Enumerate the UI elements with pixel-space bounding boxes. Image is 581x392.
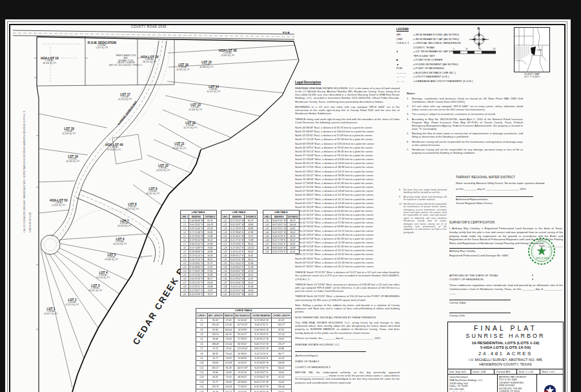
note-number: 7. xyxy=(407,148,412,154)
bearing: N 01°17'59" E xyxy=(271,250,287,254)
county-line: COUNTY OF HENDERSON § xyxy=(295,366,400,369)
county-road-label: COUNTY ROAD 2530 xyxy=(131,25,167,28)
arc-length: 85.03' xyxy=(207,318,223,322)
signature-line xyxy=(295,351,366,352)
north-arrow-icon: N xyxy=(467,27,491,50)
radius: 97.46' xyxy=(223,318,234,322)
curve-id: C5 xyxy=(196,337,208,342)
curve-id: C4 xyxy=(196,332,208,336)
note-number: 10. xyxy=(399,203,403,234)
radius: 115.22' xyxy=(223,389,234,392)
note-number: 5. xyxy=(407,132,412,138)
arc-length: 118.82' xyxy=(207,361,223,366)
scale-field: Scale: 1" = 60' xyxy=(517,369,540,374)
arc-length: 44.29' xyxy=(207,389,223,392)
legal-thence: THENCE along said south right-of-way lin… xyxy=(295,118,400,124)
line-table-title: LINE TABLE xyxy=(181,211,217,215)
col-header: DELTA ANGLE xyxy=(234,313,250,318)
chord-bearing: S 23°56'01" W xyxy=(251,375,272,380)
radius: 125.83' xyxy=(223,361,234,366)
chord-bearing: S 23°46'30" W xyxy=(251,361,272,366)
scale-num: 0 xyxy=(453,48,454,50)
chord-bearing: S 27°43'23" E xyxy=(251,332,272,336)
checked-field: Checked: ARC xyxy=(494,369,518,374)
radius: 125.00' xyxy=(223,323,234,327)
chord-length: 256.40' xyxy=(272,385,291,389)
witness-line: Witness our hands, this ________ day of … xyxy=(295,336,400,340)
subdivision-name: SUNRISE HARBOR xyxy=(448,333,563,339)
table-row: C5 18.08' 18.08' 57°18'14" S 28°32'12" W… xyxy=(196,337,292,342)
company-name: SRA REAL ESTATE HOLDINGS, LLC xyxy=(295,343,400,346)
table-row: C4 128.74' 86.76' 85°01'27" S 27°43'23" … xyxy=(196,332,292,336)
note-number: 4. xyxy=(407,118,412,130)
table-row: L20 S 40°29'18" E 76.57' xyxy=(181,293,217,296)
arc-length: 188.08' xyxy=(207,342,223,346)
table-row: C16 44.29' 115.22' 22°01'32" N 11°43'05"… xyxy=(196,389,292,392)
note-text: Henderson County will not be responsible… xyxy=(412,148,523,154)
chord-length: 44.01' xyxy=(272,389,291,392)
curve-id: C2 xyxy=(196,323,208,327)
radius: 125.00' xyxy=(223,342,234,346)
acreage: 24.481 ACRES xyxy=(448,351,563,356)
table-row: C2 235.43' 125.00' 107°55'20" S 44°11'31… xyxy=(196,323,292,327)
line-table-3: LINE TABLE LINE # BEARING DISTANCE L41 N… xyxy=(263,210,300,254)
pob-label: P.O.B. xyxy=(283,31,290,34)
notes-block-continued: 8. No more than one single family detach… xyxy=(399,189,447,235)
note-number: 1. xyxy=(407,97,412,103)
table-row: C3 87.80' 305.00' 16°29'39" S 06°26'56" … xyxy=(196,327,292,332)
scale-bar: 0 30 60 120 xyxy=(453,48,496,54)
curve-id: C14 xyxy=(196,380,208,384)
chord-bearing: S 60°17'22" W xyxy=(251,342,272,346)
arc-length: 86.82' xyxy=(207,351,223,356)
title-block-bottom: Owner/Developer:SRA Real Estate Holdings… xyxy=(448,375,563,392)
table-row: C13 63.42' 75.00' 48°26'51" S 23°56'01" … xyxy=(196,375,292,380)
radius: 204.43' xyxy=(223,385,234,389)
title-block-info-row: Date: Sept 2022 Drawn: CDM Checked: ARC … xyxy=(448,369,563,375)
radius: 86.76' xyxy=(223,332,234,336)
chord-bearing: N 45°48'22" W xyxy=(251,385,272,389)
col-header: ARC LENGTH xyxy=(207,313,223,318)
chord-bearing: S 23°28'44" W xyxy=(251,318,272,322)
note-number: 2. xyxy=(407,105,412,111)
chord-bearing: S 28°32'12" W xyxy=(251,337,272,342)
table-row: C11 281.57' 80.28' 200°57'28" N 43°19'47… xyxy=(196,366,292,370)
curve-id: C1 xyxy=(196,318,208,322)
chord-length: 117.24' xyxy=(272,332,291,336)
residential-lots: 19 RESIDENTIAL LOTS (LOTS 1-19) xyxy=(448,340,563,345)
date-field: Date: Sept 2022 xyxy=(448,369,471,374)
boundary-west xyxy=(37,37,39,392)
table-row: C8 86.82' 750.00' 06°38'00" S 02°22'24" … xyxy=(196,351,292,356)
arc-length: 128.74' xyxy=(207,332,223,336)
delta-angle: 16°29'39" xyxy=(234,327,250,332)
note-item: 1. Bearings, coordinates and distances l… xyxy=(407,97,523,103)
chord-bearing: S 44°11'31" E xyxy=(251,323,272,327)
delta-angle: 86°13'02" xyxy=(234,342,250,346)
chord-length: 106.81' xyxy=(272,361,291,366)
chord-bearing: N 11°43'05" W xyxy=(251,389,272,392)
chord-length: 16.18' xyxy=(272,356,291,360)
distance: 61.41' xyxy=(287,250,299,254)
signature-line xyxy=(449,313,511,313)
line-table-title: LINE TABLE xyxy=(221,211,258,215)
legal-note: Note: Selling a portion of this addition… xyxy=(295,304,400,314)
street-edge-west xyxy=(52,41,159,236)
chord-length: 82.33' xyxy=(272,318,291,322)
radius: 18.08' xyxy=(223,337,234,342)
chord-bearing: S 02°22'24" E xyxy=(251,351,272,356)
radius: 75.00' xyxy=(223,375,234,380)
table-row: L49 N 01°17'59" E 61.41' xyxy=(263,250,300,254)
curve-id: C6 xyxy=(196,342,208,346)
note-text: According to Map No. 48213C0075E, dated … xyxy=(412,118,523,130)
table-row: C10 118.82' 125.83' 54°06'25" S 23°46'30… xyxy=(196,361,292,366)
line-table-title: LINE TABLE xyxy=(263,211,300,215)
legal-description: Legal Description WHEREAS SRA REAL ESTAT… xyxy=(295,81,400,384)
bearing: S 03°52'47" W xyxy=(229,293,245,296)
approval-block: APPROVED BY THE STATE OF TEXAS § COUNTY … xyxy=(449,274,563,318)
delta-angle: 53°08'58" xyxy=(234,356,250,360)
chord-length: 86.77' xyxy=(272,351,291,356)
curve-id: C10 xyxy=(196,361,208,366)
hoa-lots: 5 HOA LOTS (LOTS 1X-5X) xyxy=(448,345,563,349)
judge-label: County Judge xyxy=(449,301,563,305)
notary-text: BEFORE ME, the undersigned authority, on… xyxy=(295,371,400,384)
col-header: CHORD BEARING xyxy=(251,313,272,318)
